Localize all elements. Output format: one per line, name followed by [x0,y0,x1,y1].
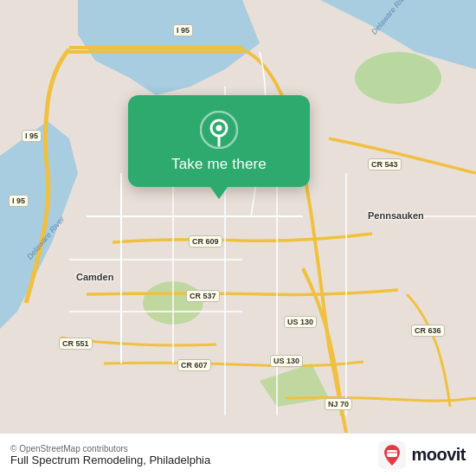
map-container: I 95 I 95 I 95 CR 609 CR 537 CR 543 CR 5… [0,0,476,433]
moovit-icon [378,441,406,469]
road-badge-cr543: CR 543 [368,158,402,170]
place-label-camden: Camden [76,272,113,282]
bottom-left: © OpenStreetMap contributors Full Spectr… [10,444,210,466]
road-badge-i95-left1: I 95 [22,130,42,142]
moovit-logo: moovit [378,441,466,469]
road-badge-us130-2: US 130 [270,355,303,367]
road-badge-cr636: CR 636 [411,325,445,337]
road-badge-cr551: CR 551 [59,338,93,350]
svg-point-25 [388,457,390,460]
place-label-pennsauken: Pennsauken [368,210,424,221]
road-badge-cr609: CR 609 [189,235,222,248]
take-me-there-button[interactable]: Take me there [171,156,267,173]
road-badge-cr537: CR 537 [186,290,220,302]
road-badge-us130-1: US 130 [284,316,317,328]
location-name: Full Spectrum Remodeling, Philadelphia [10,453,210,466]
svg-point-4 [355,52,441,104]
svg-point-21 [216,125,222,132]
bottom-bar: © OpenStreetMap contributors Full Spectr… [0,433,476,476]
moovit-text: moovit [411,445,466,465]
road-badge-cr607: CR 607 [177,359,211,371]
pin-icon [200,111,238,149]
road-badge-i95-top: I 95 [173,24,193,36]
svg-rect-23 [387,450,397,457]
road-badge-nj70: NJ 70 [325,398,352,410]
popup-card[interactable]: Take me there [128,95,310,187]
road-badge-i95-left2: I 95 [9,195,29,207]
svg-point-26 [394,457,396,460]
attribution-text: © OpenStreetMap contributors [10,444,128,453]
